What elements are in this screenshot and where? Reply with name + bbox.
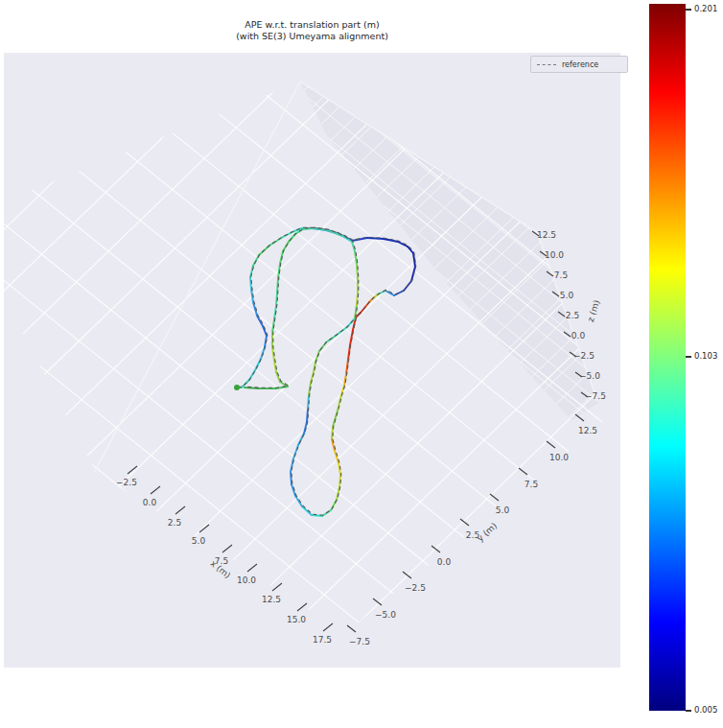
x-axis-tick-label: 17.5 bbox=[313, 635, 332, 645]
x-axis-tick-label: −2.5 bbox=[116, 478, 137, 487]
trajectory-segment bbox=[367, 238, 384, 239]
y-axis-tick-label: 12.5 bbox=[578, 426, 597, 435]
colorbar-tick-mid bbox=[686, 356, 691, 358]
y-axis-tick-label: −5.0 bbox=[375, 610, 396, 620]
chart-title-line1: APE w.r.t. translation part (m) bbox=[0, 19, 624, 31]
trajectory-segment bbox=[357, 264, 358, 278]
y-axis-tick-label: −2.5 bbox=[405, 583, 426, 593]
z-axis-tick-label: −5.0 bbox=[579, 371, 600, 381]
z-axis-tick-label: 2.5 bbox=[566, 311, 579, 320]
grid-line bbox=[0, 713, 268, 728]
colorbar-label-max: 0.201 bbox=[694, 4, 717, 13]
x-axis-tick-label: 2.5 bbox=[168, 518, 181, 528]
z-axis-tick-label: −7.5 bbox=[585, 391, 606, 401]
z-axis-tick-label: −2.5 bbox=[573, 351, 595, 361]
y-axis-tick-label: 5.0 bbox=[496, 505, 510, 515]
x-axis-tick-label: 5.0 bbox=[192, 536, 206, 546]
legend: reference bbox=[530, 56, 628, 73]
colorbar bbox=[649, 4, 686, 711]
colorbar-label-mid: 0.103 bbox=[694, 351, 717, 361]
x-axis-tick-label: 12.5 bbox=[262, 595, 281, 604]
reference-dashed-line-icon bbox=[537, 64, 556, 65]
colorbar-label-min: 0.005 bbox=[694, 705, 717, 715]
colorbar-tick-min bbox=[686, 710, 691, 712]
plot-3d: −2.50.02.55.07.510.012.515.017.5−7.5−5.0… bbox=[0, 0, 723, 728]
figure-window: −2.50.02.55.07.510.012.515.017.5−7.5−5.0… bbox=[0, 0, 723, 728]
x-axis-tick-label: 15.0 bbox=[287, 615, 306, 624]
grid-line bbox=[0, 678, 295, 728]
trajectory-start-marker bbox=[234, 385, 240, 390]
y-axis-tick-label: 0.0 bbox=[437, 557, 452, 567]
z-axis-tick-label: 10.0 bbox=[545, 250, 564, 260]
y-axis-tick-label: 10.0 bbox=[549, 453, 569, 462]
x-axis-tick-label: 0.0 bbox=[143, 498, 157, 507]
x-axis-tick-label: 10.0 bbox=[237, 575, 256, 585]
grid-line bbox=[0, 0, 15, 8]
z-axis-tick-label: 12.5 bbox=[537, 230, 556, 240]
y-axis-tick-label: −7.5 bbox=[349, 637, 370, 646]
z-axis-tick-label: 5.0 bbox=[560, 291, 574, 300]
chart-title: APE w.r.t. translation part (m) (with SE… bbox=[0, 19, 624, 42]
z-axis-tick-label: 7.5 bbox=[554, 270, 568, 280]
chart-title-line2: (with SE(3) Umeyama alignment) bbox=[0, 31, 624, 42]
legend-label: reference bbox=[562, 60, 598, 69]
colorbar-tick-max bbox=[686, 9, 691, 11]
y-axis-tick-label: 7.5 bbox=[525, 480, 538, 489]
z-axis-tick-label: 0.0 bbox=[571, 331, 586, 341]
